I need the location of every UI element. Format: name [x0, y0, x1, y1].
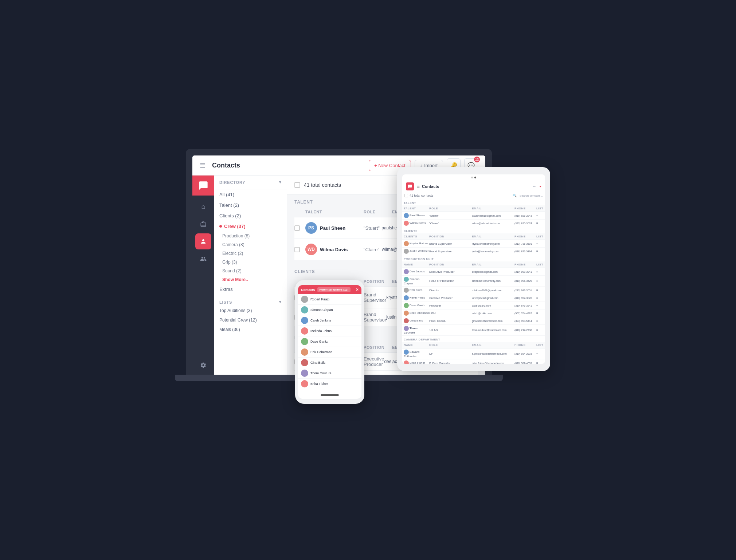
tablet-camera-row-1[interactable]: Edward Philbanks DP a.philbanks@defineme…	[402, 348, 545, 359]
tablet-production-header: NAMEPOSITIONEMAILPHONELIST	[402, 261, 545, 268]
logo-icon	[198, 181, 208, 191]
position-cell: Brand Supervisor	[364, 292, 386, 303]
tablet-prod-row-2[interactable]: Simona Clapan Head of Production simona@…	[402, 276, 545, 287]
sidebar-grip[interactable]: Grip (3)	[214, 258, 287, 267]
talent-name: Wilma Davis	[320, 247, 348, 252]
talent-cell: PS Paul Sheen	[305, 222, 364, 234]
sidebar-clients[interactable]: Clients (2)	[214, 210, 287, 221]
phone-row-2[interactable]: Simona Clapan	[298, 305, 361, 315]
phone-avatar	[301, 327, 308, 335]
sidebar-item-briefcase[interactable]	[195, 216, 211, 232]
sidebar-item-settings[interactable]	[195, 357, 211, 373]
phone-row-6[interactable]: Erik Hoberman	[298, 347, 361, 358]
phone-row-9[interactable]: Erika Fisher	[298, 379, 361, 389]
tablet-logo-icon	[408, 184, 412, 189]
position-cell: Executive Producer	[364, 356, 384, 367]
tablet-prod-row-8[interactable]: Thom Couture 1st AD thom.couture@studioc…	[402, 325, 545, 336]
tablet-avatar	[404, 249, 409, 254]
tablet-prod-row-4[interactable]: Kevin Pines Creative Producer kevmpines@…	[402, 294, 545, 302]
phone-row-8[interactable]: Thom Couture	[298, 368, 361, 379]
tablet-avatar	[404, 303, 409, 308]
sidebar-item-home[interactable]: ⌂	[195, 198, 211, 214]
tablet-badge: ●	[540, 185, 541, 188]
phone-active-tab[interactable]: Potential Writers (13)	[317, 287, 351, 292]
tablet-search-icon[interactable]: 🔍	[513, 194, 517, 197]
tablet-talent-row-1[interactable]: Paul Sheen "Stuart" paulsheen18@gmail.co…	[402, 212, 545, 220]
sidebar-extras[interactable]: Extras	[214, 284, 287, 295]
tablet-page-title: Contacts	[422, 184, 531, 189]
sidebar-potential-crew[interactable]: Potential Crew (12)	[214, 315, 287, 325]
sidebar: DIRECTORY ▾ All (41) Talent (2) Clients …	[214, 176, 287, 375]
hamburger-menu-icon[interactable]: ☰	[200, 161, 205, 169]
sidebar-camera[interactable]: Camera (8)	[214, 240, 287, 249]
phone-avatar	[301, 370, 308, 377]
tablet-clients-header: CLIENTSPOSITIONEMAILPHONELIST	[402, 233, 545, 240]
select-all-checkbox[interactable]	[294, 182, 300, 188]
tablet-camera-row-2[interactable]: Erika Fisher B Cam Operator erika.fisher…	[402, 359, 545, 364]
phone-close-icon[interactable]: ✕	[356, 288, 359, 292]
phone-row-5[interactable]: Dave Gantz	[298, 336, 361, 347]
phone-row-1[interactable]: Robert Kirazi	[298, 294, 361, 305]
phone-avatar	[301, 296, 308, 303]
avatar: PS	[305, 222, 317, 234]
sidebar-item-contacts[interactable]	[195, 233, 211, 249]
tablet-prod-row-6[interactable]: Erik Hoberman UPM erik.h@holie.com (562)…	[402, 309, 545, 317]
phone-contact-name: Gina Bails	[310, 361, 325, 364]
sidebar-show-more[interactable]: Show More..	[214, 275, 287, 284]
tablet-avatar	[404, 241, 409, 246]
sidebar-directory-header: DIRECTORY ▾	[214, 176, 287, 189]
talent-cell: WD Wilma Davis	[305, 244, 364, 255]
tablet-camera-header: NAMEROLEEMAILPHONELIST	[402, 342, 545, 348]
phone-home-indicator	[298, 391, 361, 399]
sidebar-lists-header: LISTS ▾	[214, 295, 287, 306]
tablet-talent-header: TALENTROLEEMAILPHONELIST	[402, 205, 545, 212]
phone-avatar	[301, 306, 308, 313]
sidebar-meals[interactable]: Meals (36)	[214, 325, 287, 334]
tablet-talent-row-2[interactable]: Wilma Davis "Claire" wilma@wilmaddavis.c…	[402, 220, 545, 227]
tablet-clients-row-2[interactable]: Justin Watcher Brand Supervisor justin@l…	[402, 248, 545, 255]
tablet-avatar	[404, 269, 409, 274]
tablet-prod-row-7[interactable]: Gina Bails Prod. Coord. gina.bails@awesm…	[402, 317, 545, 325]
sidebar-all[interactable]: All (41)	[214, 189, 287, 200]
sidebar-crew[interactable]: Crew (37)	[214, 221, 287, 232]
scene: ☰ Contacts + New Contact ↓ Import 🔑 💬 12	[186, 149, 550, 411]
tablet-prod-row-1[interactable]: Dee Jacobs Executive Producer deejacobs@…	[402, 268, 545, 276]
page-title: Contacts	[212, 162, 365, 169]
talent-name: Paul Sheen	[320, 225, 345, 231]
phone-contacts-label: Contacts	[301, 288, 315, 292]
tablet-menu-icon: ☰	[417, 185, 420, 188]
row-checkbox[interactable]	[294, 247, 300, 252]
sidebar-sound[interactable]: Sound (2)	[214, 267, 287, 275]
tablet-scrollable: TALENT TALENTROLEEMAILPHONELIST Paul She…	[402, 199, 545, 364]
active-dot	[219, 225, 222, 228]
phone-avatar	[301, 380, 308, 387]
tablet-prod-row-3[interactable]: Rob Kirza Director rob.kirza2007@gmail.c…	[402, 287, 545, 294]
phone-row-3[interactable]: Caleb Jenkins	[298, 315, 361, 326]
phone-row-7[interactable]: Gina Bails	[298, 358, 361, 368]
sidebar-item-groups[interactable]	[195, 251, 211, 267]
tablet-edit-icon[interactable]: ✏	[533, 185, 536, 188]
tablet-count-bar: 41 total contacts 🔍 Search contacts...	[402, 192, 545, 199]
phone-row-4[interactable]: Melinda Johns	[298, 326, 361, 336]
dot-1	[471, 177, 473, 178]
tablet-indicator	[402, 174, 545, 181]
tablet-search-text: Search contacts...	[520, 194, 543, 197]
phone-avatar	[301, 317, 308, 324]
tablet-clients-row-1[interactable]: Krystal Raines Brand Supervisor krystal@…	[402, 240, 545, 248]
sidebar-electric[interactable]: Electric (2)	[214, 249, 287, 258]
role-cell: "Claire"	[364, 247, 382, 252]
sidebar-production[interactable]: Production (8)	[214, 232, 287, 240]
phone-app-header: Contacts Potential Writers (13) ✕	[298, 285, 361, 294]
tablet-logo	[406, 182, 414, 190]
sidebar-talent[interactable]: Talent (2)	[214, 200, 287, 210]
phone-contact-name: Erika Fisher	[310, 382, 328, 386]
row-checkbox[interactable]	[294, 225, 300, 231]
phone-avatar	[301, 359, 308, 366]
app-logo	[192, 176, 214, 196]
tablet-avatar	[404, 360, 409, 364]
tablet-select-all[interactable]	[404, 194, 408, 197]
phone-avatar	[301, 348, 308, 356]
tablet-prod-row-5[interactable]: Dave Gantz Producer dave@ganz.com (310) …	[402, 302, 545, 309]
tablet-camera-label: CAMERA DEPARTMENT	[402, 336, 545, 342]
sidebar-top-auditions[interactable]: Top Auditions (3)	[214, 306, 287, 315]
